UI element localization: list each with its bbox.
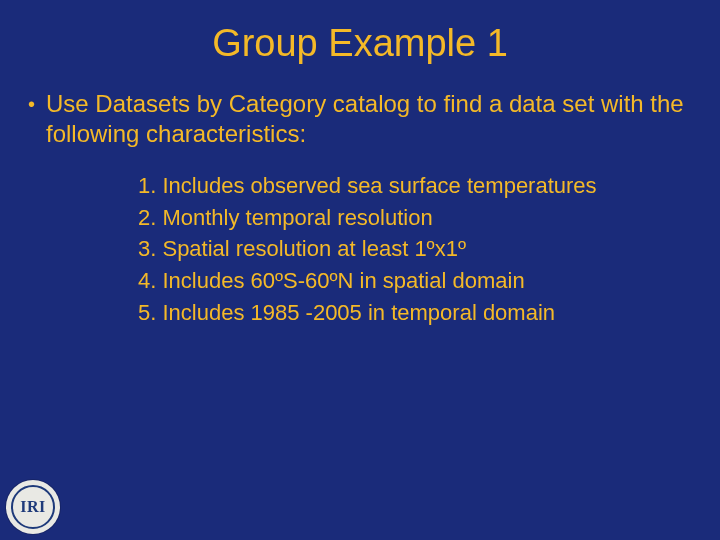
slide-title: Group Example 1 (0, 0, 720, 65)
iri-logo-text: IRI (11, 485, 55, 529)
list-item: 2. Monthly temporal resolution (138, 203, 692, 233)
list-item: 1. Includes observed sea surface tempera… (138, 171, 692, 201)
numbered-list: 1. Includes observed sea surface tempera… (28, 171, 692, 327)
bullet-item: • Use Datasets by Category catalog to fi… (28, 89, 692, 149)
iri-logo: IRI (6, 480, 60, 534)
bullet-dot-icon: • (28, 89, 46, 119)
bullet-text: Use Datasets by Category catalog to find… (46, 89, 692, 149)
list-item: 5. Includes 1985 -2005 in temporal domai… (138, 298, 692, 328)
list-item: 3. Spatial resolution at least 1ºx1º (138, 234, 692, 264)
slide: Group Example 1 • Use Datasets by Catego… (0, 0, 720, 540)
slide-body: • Use Datasets by Category catalog to fi… (0, 65, 720, 327)
list-item: 4. Includes 60ºS-60ºN in spatial domain (138, 266, 692, 296)
